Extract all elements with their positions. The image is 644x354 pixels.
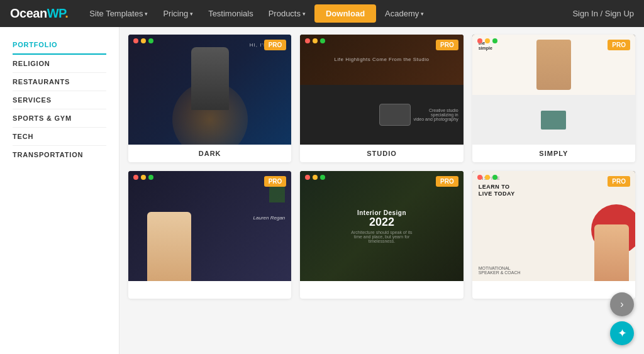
dot-red bbox=[477, 175, 482, 180]
window-controls bbox=[305, 175, 325, 180]
chevron-down-icon: ▾ bbox=[190, 11, 193, 17]
dot-green bbox=[492, 175, 497, 180]
dot-green bbox=[492, 38, 497, 43]
widget-button[interactable]: ✦ bbox=[610, 321, 634, 345]
template-card-lauren[interactable]: PRO Lauren Regan bbox=[128, 171, 291, 299]
templates-content: PRO HI, I'M MIKE DARK PRO bbox=[119, 27, 644, 354]
sidebar-item-tech[interactable]: TECH bbox=[13, 128, 106, 146]
nav-academy[interactable]: Academy ▾ bbox=[379, 0, 430, 27]
dot-red bbox=[305, 175, 310, 180]
window-controls bbox=[477, 175, 497, 180]
template-card-inspire[interactable]: PRO INSPIRE LEARN TOLIVE TODAY MOTIVATIO… bbox=[472, 171, 635, 299]
preview-lauren: Lauren Regan bbox=[128, 171, 291, 281]
interior-main-title: Interior Design bbox=[351, 209, 412, 216]
dot-red bbox=[133, 38, 138, 43]
preview-studio: Life Highlights Come From the Studio Cre… bbox=[300, 35, 463, 145]
lauren-name: Lauren Regan bbox=[253, 215, 286, 221]
nav-label-pricing: Pricing bbox=[163, 9, 188, 18]
interior-year: 2022 bbox=[351, 216, 412, 228]
dot-red bbox=[477, 38, 482, 43]
chevron-down-icon: ▾ bbox=[145, 11, 148, 17]
window-controls bbox=[477, 38, 497, 43]
nav-pricing[interactable]: Pricing ▾ bbox=[157, 0, 199, 27]
card-image-dark: PRO HI, I'M MIKE bbox=[128, 35, 291, 145]
template-card-simply[interactable]: PRO thesimple SIMPLY bbox=[472, 35, 635, 162]
interior-subtext: Architecture should speak of itstime and… bbox=[351, 230, 412, 243]
sidebar: PORTFOLIO RELIGION RESTAURANTS SERVICES … bbox=[0, 27, 119, 354]
card-image-lauren: PRO Lauren Regan bbox=[128, 171, 291, 281]
sidebar-item-transportation[interactable]: TRANSPORTATION bbox=[13, 146, 106, 163]
dot-yellow bbox=[141, 38, 146, 43]
nav-label-testimonials: Testimonials bbox=[208, 9, 253, 18]
nav-label-site-templates: Site Templates bbox=[89, 9, 143, 18]
interior-title-block: Interior Design 2022 Architecture should… bbox=[351, 209, 412, 243]
brand-logo[interactable]: OceanWP. bbox=[10, 6, 68, 21]
scroll-up-button[interactable]: › bbox=[610, 292, 634, 316]
template-card-interior[interactable]: PRO Interior Design 2022 Architecture sh… bbox=[300, 171, 463, 299]
templates-grid: PRO HI, I'M MIKE DARK PRO bbox=[128, 35, 635, 299]
chevron-down-icon: ▾ bbox=[421, 11, 424, 17]
dot-green bbox=[320, 175, 325, 180]
person-illustration bbox=[594, 224, 629, 281]
dot-green bbox=[148, 175, 153, 180]
pro-badge: PRO bbox=[436, 176, 458, 187]
dot-green bbox=[148, 38, 153, 43]
preview-simply: thesimple bbox=[472, 35, 635, 145]
pro-badge: PRO bbox=[264, 40, 287, 50]
simply-bottom bbox=[472, 95, 635, 145]
inspire-headline: LEARN TOLIVE TODAY bbox=[479, 184, 515, 197]
dot-yellow bbox=[485, 38, 490, 43]
card-image-interior: PRO Interior Design 2022 Architecture sh… bbox=[300, 171, 463, 281]
card-image-inspire: PRO INSPIRE LEARN TOLIVE TODAY MOTIVATIO… bbox=[472, 171, 635, 281]
camera-illustration bbox=[379, 104, 411, 126]
dot-yellow bbox=[313, 175, 318, 180]
nav-label-academy: Academy bbox=[385, 9, 419, 18]
preview-interior: Interior Design 2022 Architecture should… bbox=[300, 171, 463, 281]
person-illustration bbox=[191, 47, 229, 110]
main-layout: PORTFOLIO RELIGION RESTAURANTS SERVICES … bbox=[0, 27, 644, 354]
template-label-lauren bbox=[128, 281, 291, 299]
pro-badge: PRO bbox=[436, 40, 458, 50]
sidebar-item-restaurants[interactable]: RESTAURANTS bbox=[13, 73, 106, 91]
template-label-inspire bbox=[472, 281, 635, 299]
window-controls bbox=[133, 175, 153, 180]
nav-products[interactable]: Products ▾ bbox=[262, 0, 312, 27]
template-label-simply: SIMPLY bbox=[472, 145, 635, 162]
dot-red bbox=[133, 175, 138, 180]
studio-text: Creative studiospecializing invideo and … bbox=[413, 108, 458, 121]
pro-badge: PRO bbox=[608, 176, 630, 187]
template-label-dark: DARK bbox=[128, 145, 291, 162]
sidebar-item-sports-gym[interactable]: SPORTS & GYM bbox=[13, 109, 106, 128]
dot-yellow bbox=[485, 175, 490, 180]
teal-accent bbox=[541, 111, 566, 130]
nav-site-templates[interactable]: Site Templates ▾ bbox=[83, 0, 154, 27]
nav-testimonials[interactable]: Testimonials bbox=[202, 0, 260, 27]
inspire-bottom-text: MOTIVATIONALSPEAKER & COACH bbox=[479, 266, 521, 275]
chevron-down-icon: ▾ bbox=[303, 11, 306, 17]
sidebar-item-portfolio[interactable]: PORTFOLIO bbox=[13, 36, 106, 55]
template-card-studio[interactable]: PRO Life Highlights Come From the Studio… bbox=[300, 35, 463, 162]
template-card-dark[interactable]: PRO HI, I'M MIKE DARK bbox=[128, 35, 291, 162]
sidebar-item-services[interactable]: SERVICES bbox=[13, 91, 106, 109]
studio-tagline: Life Highlights Come From the Studio bbox=[328, 57, 436, 62]
navbar: OceanWP. Site Templates ▾ Pricing ▾ Test… bbox=[0, 0, 644, 27]
window-controls bbox=[133, 38, 153, 43]
dot-yellow bbox=[313, 38, 318, 43]
dot-yellow bbox=[141, 175, 146, 180]
nav-label-products: Products bbox=[269, 9, 301, 18]
window-controls bbox=[305, 38, 325, 43]
studio-bottom: Creative studiospecializing invideo and … bbox=[300, 85, 463, 145]
pro-badge: PRO bbox=[264, 176, 287, 187]
pro-badge: PRO bbox=[608, 40, 630, 50]
person-illustration bbox=[147, 212, 191, 281]
nav-signin-button[interactable]: Sign In / Sign Up bbox=[572, 9, 634, 18]
sidebar-item-religion[interactable]: RELIGION bbox=[13, 55, 106, 73]
dot-green bbox=[320, 38, 325, 43]
template-label-studio: STUDIO bbox=[300, 145, 463, 162]
dot-red bbox=[305, 38, 310, 43]
template-label-interior bbox=[300, 281, 463, 299]
preview-dark: HI, I'M MIKE bbox=[128, 35, 291, 145]
person-illustration bbox=[536, 40, 571, 90]
card-image-simply: PRO thesimple bbox=[472, 35, 635, 145]
nav-download-button[interactable]: Download bbox=[314, 4, 376, 23]
